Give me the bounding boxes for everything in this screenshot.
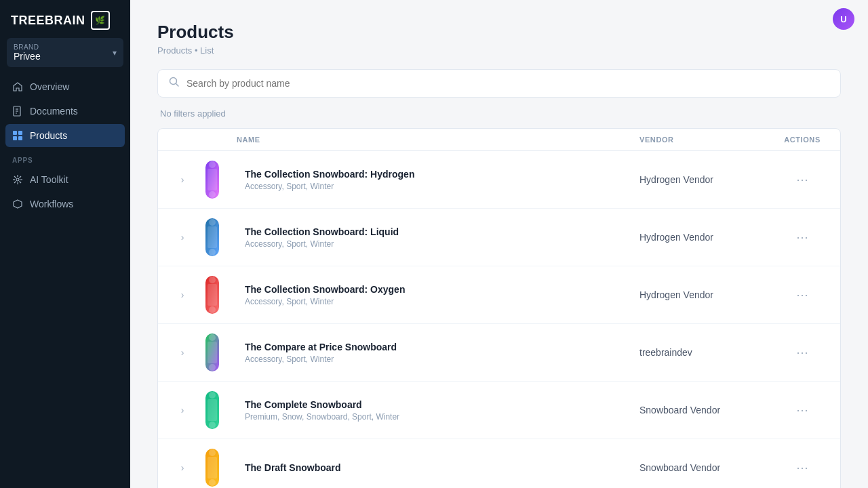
svg-rect-21 <box>208 169 217 190</box>
sidebar-item-ai-toolkit[interactable]: AI Toolkit <box>5 168 125 191</box>
svg-rect-33 <box>208 342 217 363</box>
table-row[interactable]: › The Compare at Price Snowboard Accesso… <box>158 324 840 382</box>
apps-section-label: APPS <box>0 148 130 168</box>
more-actions-button[interactable]: ⋯ <box>791 400 814 420</box>
svg-rect-4 <box>13 131 17 135</box>
expand-icon[interactable]: › <box>169 232 196 243</box>
sidebar-item-overview[interactable]: Overview <box>5 75 125 98</box>
vendor-name: treebraindev <box>639 347 775 358</box>
product-name: The Complete Snowboard <box>245 399 639 410</box>
product-thumbnail <box>196 447 229 488</box>
more-actions-button[interactable]: ⋯ <box>791 342 814 363</box>
sidebar: TREEBRAIN 🌿 Brand Privee ▾ Overview <box>0 0 130 488</box>
product-thumbnail <box>196 217 229 258</box>
expand-icon[interactable]: › <box>169 174 196 185</box>
avatar[interactable]: U <box>833 8 854 30</box>
brand-selector[interactable]: Brand Privee ▾ <box>7 38 123 67</box>
chevron-down-icon: ▾ <box>113 48 117 58</box>
product-info: The Collection Snowboard: Oxygen Accesso… <box>237 284 639 306</box>
logo-icon: 🌿 <box>91 11 110 30</box>
table-row[interactable]: › The Collection Snowboard: Hydrogen Acc… <box>158 151 840 209</box>
more-actions-button[interactable]: ⋯ <box>791 285 814 305</box>
row-actions: ⋯ <box>775 342 829 363</box>
svg-line-16 <box>14 182 16 184</box>
svg-rect-37 <box>208 399 217 421</box>
col-name: NAME <box>237 136 639 144</box>
product-thumbnail <box>196 159 229 200</box>
sidebar-item-workflows[interactable]: Workflows <box>5 192 125 216</box>
ai-toolkit-icon <box>12 174 23 185</box>
row-actions: ⋯ <box>775 458 829 478</box>
search-bar <box>157 69 841 98</box>
svg-point-23 <box>209 191 216 198</box>
col-vendor: VENDOR <box>639 136 775 144</box>
svg-line-13 <box>14 176 16 178</box>
svg-marker-17 <box>14 200 22 208</box>
vendor-name: Hydrogen Vendor <box>639 174 775 185</box>
vendor-name: Snowboard Vendor <box>639 405 775 415</box>
svg-point-31 <box>209 306 216 313</box>
product-name: The Collection Snowboard: Liquid <box>245 226 639 237</box>
sidebar-item-products-label: Products <box>30 130 67 141</box>
product-info: The Collection Snowboard: Hydrogen Acces… <box>237 169 639 191</box>
expand-icon[interactable]: › <box>169 462 196 473</box>
product-name: The Collection Snowboard: Oxygen <box>245 284 639 295</box>
svg-point-30 <box>209 277 216 283</box>
svg-rect-6 <box>13 136 17 140</box>
product-name: The Compare at Price Snowboard <box>245 342 639 352</box>
expand-icon[interactable]: › <box>169 405 196 415</box>
vendor-name: Hydrogen Vendor <box>639 232 775 243</box>
breadcrumb: Products • List <box>157 45 841 56</box>
col-actions: ACTIONS <box>775 136 829 144</box>
page-title: Products <box>157 22 841 43</box>
logo-area: TREEBRAIN 🌿 <box>0 0 130 38</box>
svg-point-42 <box>209 449 216 456</box>
expand-icon[interactable]: › <box>169 289 196 300</box>
product-tags: Accessory, Sport, Winter <box>245 182 639 191</box>
breadcrumb-products: Products <box>157 45 192 56</box>
brand-label: Brand <box>14 43 117 51</box>
vendor-name: Hydrogen Vendor <box>639 289 775 300</box>
product-tags: Premium, Snow, Snowboard, Sport, Winter <box>245 412 639 422</box>
sidebar-item-documents-label: Documents <box>30 106 78 117</box>
top-bar: U <box>819 0 868 38</box>
svg-point-43 <box>209 479 216 486</box>
more-actions-button[interactable]: ⋯ <box>791 169 814 190</box>
table-row[interactable]: › The Collection Snowboard: Oxygen Acces… <box>158 266 840 324</box>
product-tags: Accessory, Sport, Winter <box>245 354 639 364</box>
products-table: NAME VENDOR ACTIONS › The Collection Sno… <box>157 128 841 488</box>
product-thumbnail <box>196 274 229 315</box>
svg-rect-5 <box>18 131 22 135</box>
more-actions-button[interactable]: ⋯ <box>791 227 814 247</box>
table-row[interactable]: › The Complete Snowboard Premium, Snow, … <box>158 382 840 439</box>
table-body: › The Collection Snowboard: Hydrogen Acc… <box>158 151 840 488</box>
table-row[interactable]: › The Collection Snowboard: Liquid Acces… <box>158 209 840 266</box>
products-icon <box>12 130 23 141</box>
svg-point-39 <box>209 422 216 428</box>
product-name: The Collection Snowboard: Hydrogen <box>245 169 639 180</box>
sidebar-item-documents[interactable]: Documents <box>5 100 125 123</box>
search-input[interactable] <box>186 78 829 89</box>
main-nav: Overview Documents <box>0 75 130 148</box>
brand-name: Privee <box>14 51 117 62</box>
product-info: The Collection Snowboard: Liquid Accesso… <box>237 226 639 249</box>
sidebar-item-overview-label: Overview <box>30 81 69 92</box>
row-actions: ⋯ <box>775 285 829 305</box>
page-header: Products Products • List <box>157 22 841 56</box>
product-info: The Complete Snowboard Premium, Snow, Sn… <box>237 399 639 422</box>
svg-rect-25 <box>208 226 217 248</box>
svg-line-15 <box>20 176 22 178</box>
expand-icon[interactable]: › <box>169 347 196 358</box>
product-info: The Compare at Price Snowboard Accessory… <box>237 342 639 364</box>
svg-line-14 <box>20 182 22 184</box>
more-actions-button[interactable]: ⋯ <box>791 458 814 478</box>
row-actions: ⋯ <box>775 227 829 247</box>
product-name: The Draft Snowboard <box>245 462 639 473</box>
table-row[interactable]: › The Draft Snowboard Snowboard Vendor ⋯ <box>158 439 840 488</box>
svg-point-8 <box>16 178 19 181</box>
sidebar-item-products[interactable]: Products <box>5 124 125 147</box>
sidebar-item-ai-toolkit-label: AI Toolkit <box>30 174 68 185</box>
product-thumbnail <box>196 332 229 373</box>
breadcrumb-separator: • <box>195 45 200 56</box>
svg-line-19 <box>176 84 179 87</box>
